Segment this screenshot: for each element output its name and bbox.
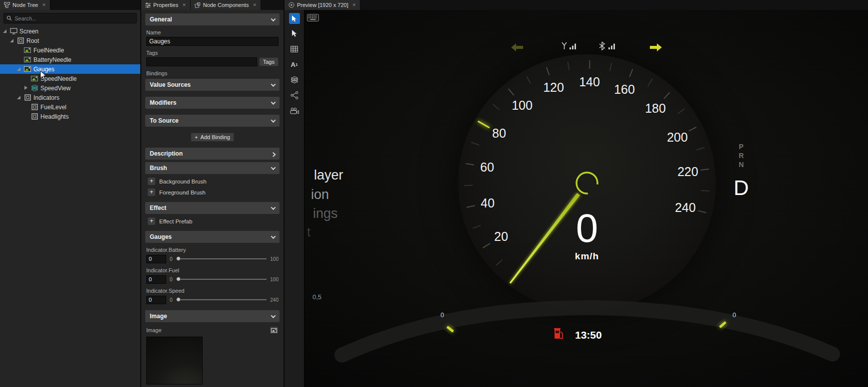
keyboard-tool-button[interactable] — [307, 14, 319, 23]
image-picker-button[interactable] — [270, 326, 279, 334]
add-effect-prefab-row[interactable]: + Effect Prefab — [148, 217, 277, 225]
connections-tool-button[interactable] — [289, 89, 300, 101]
chevron-right-icon — [271, 152, 276, 157]
tree-item-root[interactable]: Root — [0, 36, 140, 45]
section-title: Effect — [150, 204, 166, 211]
tree-item-fuelneedle[interactable]: FuelNeedle — [0, 45, 140, 55]
tree-item-indicators[interactable]: Indicators — [0, 93, 140, 102]
left-gauge-value: 0,5 — [312, 293, 321, 301]
node-icon — [23, 94, 31, 101]
section-value-sources[interactable]: Value Sources — [145, 79, 280, 91]
section-title: Brush — [150, 165, 167, 172]
indicator-battery-slider-row: 0 100 — [146, 254, 279, 263]
slider-track[interactable] — [176, 276, 267, 282]
preview-canvas[interactable]: 20406080100120140160180200220240 layer i… — [304, 10, 868, 387]
slider-thumb[interactable] — [176, 297, 181, 302]
tab-label: Node Tree — [12, 2, 38, 8]
dial-label: 140 — [579, 75, 600, 89]
spacer — [23, 76, 28, 81]
section-description[interactable]: Description — [145, 148, 280, 160]
spacer — [23, 114, 28, 119]
search-icon — [6, 14, 12, 23]
image-thumbnail[interactable] — [146, 337, 203, 385]
expand-arrow-icon[interactable] — [9, 38, 14, 43]
name-input[interactable] — [146, 37, 279, 46]
add-background-brush-row[interactable]: + Background Brush — [148, 178, 277, 185]
section-image[interactable]: Image — [145, 310, 280, 322]
plus-icon[interactable]: + — [148, 217, 155, 225]
node-icon — [30, 113, 38, 120]
select-tool-button[interactable] — [289, 27, 300, 39]
layers-tool-button[interactable] — [289, 74, 300, 86]
tree-item-screen[interactable]: Screen — [0, 26, 140, 36]
tags-button[interactable]: Tags — [259, 57, 279, 66]
node-tree-panel: Node Tree ✕ Screen Root — [0, 0, 141, 387]
chevron-down-icon — [271, 313, 276, 318]
tree-item-label: SpeedView — [40, 85, 71, 92]
spacer — [16, 47, 21, 53]
expand-arrow-icon[interactable] — [16, 66, 21, 72]
chevron-down-icon — [271, 118, 276, 123]
preview-tabbar: Preview [1920 x 720] ✕ — [285, 0, 868, 10]
dial-label: 200 — [667, 130, 688, 145]
slider-thumb[interactable] — [176, 277, 181, 281]
tree-item-speedneedle[interactable]: SpeedNeedle — [0, 74, 140, 83]
tab-properties[interactable]: Properties ✕ — [141, 0, 191, 10]
gear-letter-r: R — [737, 152, 746, 160]
text-tool-button[interactable]: A1 — [289, 58, 300, 70]
tags-input[interactable] — [146, 57, 257, 66]
indicator-fuel-label: Indicator.Fuel — [146, 267, 279, 273]
camera-tool-button[interactable] — [289, 105, 300, 117]
foreground-brush-label: Foreground Brush — [159, 190, 206, 195]
tree-item-fuellevel[interactable]: FuelLevel — [0, 102, 140, 112]
close-icon[interactable]: ✕ — [42, 2, 46, 7]
tree-item-label: FuelLevel — [40, 104, 66, 111]
chevron-down-icon — [271, 16, 276, 21]
chevron-down-icon — [271, 100, 276, 105]
section-modifiers[interactable]: Modifiers — [145, 97, 280, 109]
tree-item-label: FuelNeedle — [33, 47, 64, 54]
preview-toolbar: A1 — [285, 10, 304, 387]
tree-item-label: SpeedNeedle — [40, 75, 77, 82]
slider-thumb[interactable] — [176, 256, 181, 261]
tree-item-label: BatteryNeedle — [33, 56, 71, 63]
expand-arrow-icon[interactable] — [2, 28, 7, 34]
app-window: Node Tree ✕ Screen Root — [0, 0, 868, 387]
image-row: Image — [146, 326, 279, 334]
preview-body: A1 — [285, 10, 868, 387]
search-input[interactable] — [14, 15, 134, 21]
section-to-source[interactable]: To Source — [145, 115, 280, 127]
add-binding-button[interactable]: + Add Binding — [191, 133, 234, 142]
slider-track[interactable] — [176, 256, 267, 262]
tree-item-speedview[interactable]: SpeedView — [0, 83, 140, 93]
tree-item-gauges[interactable]: Gauges — [0, 64, 140, 74]
tab-node-tree[interactable]: Node Tree ✕ — [0, 0, 50, 10]
tree-item-label: Indicators — [33, 94, 59, 101]
section-effect[interactable]: Effect — [145, 202, 280, 214]
section-general[interactable]: General — [145, 13, 280, 25]
node-components-icon — [195, 2, 201, 8]
tab-node-components[interactable]: Node Components ✕ — [191, 0, 261, 10]
close-icon[interactable]: ✕ — [352, 2, 356, 7]
expand-arrow-icon[interactable] — [16, 95, 21, 100]
section-gauges[interactable]: Gauges — [145, 231, 280, 243]
close-icon[interactable]: ✕ — [182, 2, 186, 7]
chevron-down-icon — [271, 205, 276, 210]
tree-item-batteryneedle[interactable]: BatteryNeedle — [0, 55, 140, 64]
indicator-fuel-input[interactable] — [146, 275, 166, 284]
collapse-arrow-icon[interactable] — [23, 85, 28, 91]
section-brush[interactable]: Brush — [145, 162, 280, 174]
indicator-speed-input[interactable] — [146, 296, 166, 304]
tree-item-headlights[interactable]: Headlights — [0, 112, 140, 121]
interact-tool-button[interactable] — [289, 13, 300, 24]
indicator-battery-input[interactable] — [146, 255, 166, 263]
add-foreground-brush-row[interactable]: + Foreground Brush — [148, 189, 277, 196]
plus-icon[interactable]: + — [148, 178, 155, 185]
node-tree-icon — [4, 2, 10, 8]
grid-tool-button[interactable] — [289, 43, 300, 55]
slider-track[interactable] — [176, 297, 267, 303]
node-tree-tabbar: Node Tree ✕ — [0, 0, 140, 10]
close-icon[interactable]: ✕ — [253, 2, 257, 7]
plus-icon[interactable]: + — [148, 189, 155, 196]
tab-preview[interactable]: Preview [1920 x 720] ✕ — [285, 0, 360, 10]
